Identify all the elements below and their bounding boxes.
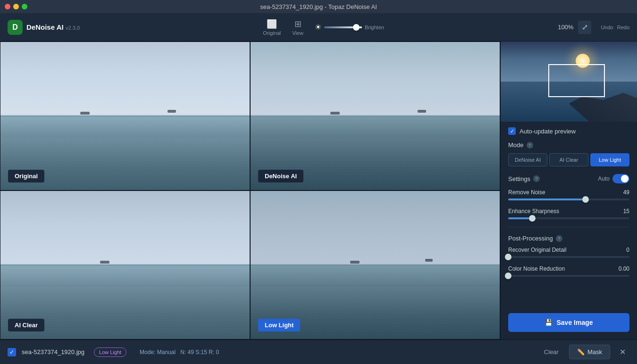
mode-help-icon[interactable]: ? [527, 142, 533, 149]
status-mode-text: Mode: Manual N: 49 S:15 R: 0 [140, 349, 219, 356]
thumbnail-selector[interactable] [548, 64, 605, 97]
panel-label-lowlight: Low Light [258, 319, 300, 331]
panel-lowlight: Low Light [250, 190, 500, 339]
controls-area: ✓ Auto-update preview Mode ? DeNoise AI … [501, 122, 637, 313]
color-noise-value: 0.00 [615, 265, 629, 272]
remove-noise-value: 49 [615, 189, 629, 196]
recover-detail-label-row: Recover Original Detail 0 [508, 247, 629, 253]
settings-row: Settings ? Auto [508, 174, 629, 183]
mask-label: Mask [587, 348, 602, 356]
titlebar: sea-5237374_1920.jpg - Topaz DeNoise AI [0, 0, 637, 13]
mode-aiclear-button[interactable]: AI Clear [549, 153, 588, 166]
close-traffic-light[interactable] [5, 4, 10, 9]
sky-aiclear [0, 191, 250, 273]
color-noise-group: Color Noise Reduction 0.00 [508, 265, 629, 277]
save-label: Save Image [556, 319, 593, 326]
view-button[interactable]: ⊞ View [292, 19, 303, 36]
remove-noise-label-row: Remove Noise 49 [508, 189, 629, 196]
boat-original-1 [80, 112, 90, 115]
minimize-traffic-light[interactable] [13, 4, 19, 9]
settings-right: Auto [598, 174, 629, 183]
window-title: sea-5237374_1920.jpg - Topaz DeNoise AI [260, 3, 377, 10]
horizon-original [0, 115, 250, 117]
panel-aiclear: AI Clear [0, 190, 250, 339]
toolbar-center: ⬜ Original ⊞ View ☀ Brighten [89, 19, 558, 36]
recover-detail-thumb [505, 254, 511, 260]
remove-noise-fill [508, 199, 586, 200]
mode-lowlight-button[interactable]: Low Light [590, 153, 629, 166]
post-processing-title: Post-Processing [508, 235, 553, 242]
panel-denoise: DeNoise AI [250, 41, 500, 190]
enhance-sharpness-slider[interactable] [508, 217, 629, 219]
panel-label-original: Original [8, 170, 44, 182]
auto-update-checkbox[interactable]: ✓ [508, 127, 516, 135]
toolbar: D DeNoise AI v2.3.0 ⬜ Original ⊞ View ☀ … [0, 13, 637, 41]
boat-original-2 [168, 110, 176, 113]
close-file-button[interactable]: ✕ [616, 346, 629, 358]
app-icon: D [8, 20, 23, 35]
color-noise-label-row: Color Noise Reduction 0.00 [508, 265, 629, 272]
auto-label: Auto [598, 175, 610, 182]
fullscreen-traffic-light[interactable] [22, 4, 27, 9]
settings-help-icon[interactable]: ? [533, 175, 540, 182]
original-label: Original [263, 30, 281, 36]
original-button[interactable]: ⬜ Original [263, 19, 281, 36]
mode-buttons: DeNoise AI AI Clear Low Light [508, 153, 629, 166]
canvas-area: Original DeNoise AI AI Clear [0, 41, 500, 339]
mask-button[interactable]: ✏️ Mask [569, 345, 610, 359]
brightness-slider[interactable] [324, 26, 362, 28]
horizon-denoise [251, 115, 500, 117]
settings-title-group: Settings ? [508, 175, 540, 182]
file-checkbox[interactable]: ✓ [8, 348, 16, 356]
mode-section-header: Mode ? [508, 141, 629, 149]
mode-denoise-button[interactable]: DeNoise AI [508, 153, 547, 166]
toggle-thumb [621, 175, 629, 182]
recover-detail-value: 0 [615, 247, 629, 253]
mask-icon: ✏️ [577, 348, 585, 356]
auto-toggle[interactable] [612, 174, 629, 183]
undo-redo-group: Undo Redo [601, 25, 629, 30]
redo-button[interactable]: Redo [617, 25, 629, 30]
brightness-control: ☀ Brighten [315, 23, 384, 32]
save-image-button[interactable]: 💾 Save Image [508, 313, 629, 332]
traffic-lights [5, 4, 27, 9]
sky-denoise [251, 42, 500, 124]
enhance-sharpness-thumb [529, 215, 536, 222]
thumbnail-image [501, 41, 637, 122]
color-noise-label: Color Noise Reduction [508, 265, 565, 272]
enhance-sharpness-group: Enhance Sharpness 15 [508, 208, 629, 219]
boat-lowlight-1 [350, 261, 360, 264]
app-logo: D DeNoise AI v2.3.0 [8, 20, 80, 35]
zoom-value: 100% [558, 24, 573, 31]
remove-noise-slider[interactable] [508, 199, 629, 200]
app-name: DeNoise AI [26, 23, 64, 31]
undo-button[interactable]: Undo [601, 25, 613, 30]
mode-title: Mode [508, 141, 524, 149]
original-scene [0, 42, 250, 190]
sun-icon: ☀ [315, 23, 321, 32]
view-label: View [292, 30, 303, 36]
panel-label-denoise: DeNoise AI [258, 170, 303, 182]
right-panel: ✓ Auto-update preview Mode ? DeNoise AI … [500, 41, 637, 339]
horizon-aiclear [0, 264, 250, 266]
brighten-label: Brighten [365, 25, 384, 30]
enhance-sharpness-label: Enhance Sharpness [508, 208, 559, 215]
remove-noise-group: Remove Noise 49 [508, 189, 629, 200]
clear-button[interactable]: Clear [539, 345, 563, 359]
thumbnail-area[interactable] [501, 41, 637, 122]
recover-detail-slider[interactable] [508, 256, 629, 258]
panel-label-aiclear: AI Clear [8, 319, 44, 331]
auto-update-label: Auto-update preview [520, 128, 576, 135]
color-noise-slider[interactable] [508, 275, 629, 277]
sky-lowlight [251, 191, 500, 273]
post-processing-help-icon[interactable]: ? [556, 235, 562, 242]
main-content: Original DeNoise AI AI Clear [0, 41, 637, 339]
sky-original [0, 42, 250, 124]
enhance-sharpness-label-row: Enhance Sharpness 15 [508, 208, 629, 215]
zoom-fit-button[interactable]: ⤢ [578, 21, 591, 34]
boat-aiclear [100, 261, 109, 264]
enhance-sharpness-value: 15 [615, 208, 629, 215]
recover-detail-group: Recover Original Detail 0 [508, 247, 629, 258]
panel-divider [508, 227, 629, 227]
boat-lowlight-2 [425, 259, 433, 262]
